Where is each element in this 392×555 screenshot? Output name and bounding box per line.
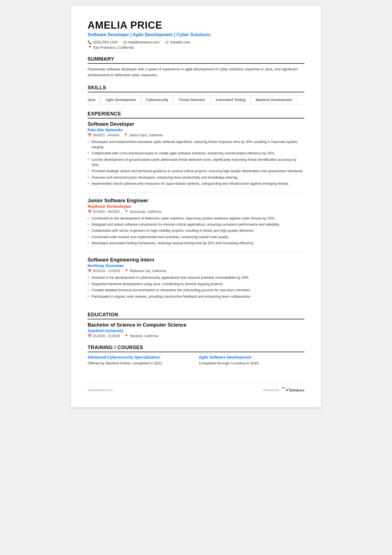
training-section: TRAINING / COURSES Advanced Cybersecurit… [88,345,304,366]
footer-brand: Powered by ⌒✓ Enhancv [263,387,304,393]
location-icon: 📍 [124,210,128,214]
job-meta: 📅 05/2019 - 12/2019 📍 Redwood City, Cali… [88,269,304,273]
training-item-desc: Completed through Coursera in 2019. [199,361,304,366]
job-bullet: Created detailed technical documentation… [88,288,304,293]
enhancv-logo: ⌒✓ Enhancv [281,387,304,393]
experience-section: EXPERIENCE Software Developer Palo Alto … [88,111,304,305]
edu-school: Stanford University [88,329,304,333]
job-bullet: Provided strategic advice and technical … [88,169,304,174]
phone-value: (555) 555-1234 [93,40,118,44]
education-entry: Bachelor of Science in Computer Science … [88,322,304,338]
calendar-icon: 📅 [88,210,92,214]
powered-by-label: Powered by [263,388,279,392]
header-location: 📍 San Francisco, California [88,45,304,50]
job-bullet: Developed automated testing frameworks, … [88,241,304,246]
skill-item: Agile Development [100,95,141,104]
job-location: 📍 Redwood City, California [124,269,166,273]
job-date-value: 05/2019 - 12/2019 [93,269,120,273]
job-dates: 📅 01/2020 - 06/2021 [88,210,120,214]
experience-jobs: Software Developer Palo Alto Networks 📅 … [88,121,304,305]
edu-location-value: Stanford, California [130,334,158,338]
summary-text: Passionate software developer with 3 yea… [88,66,304,78]
job-location: 📍 Sunnyvale, California [124,210,161,214]
calendar-icon: 📅 [88,133,92,137]
logo-icon: ⌒✓ [281,387,289,393]
linkedin-contact: 🔗 linkedin.com [165,40,190,44]
calendar-icon: 📅 [88,269,92,273]
education-section: EDUCATION Bachelor of Science in Compute… [88,312,304,338]
header-contact: 📞 (555) 555-1234 @ help@enhancv.com 🔗 li… [88,40,304,44]
linkedin-value: linkedin.com [170,40,190,44]
phone-icon: 📞 [88,40,92,44]
job-bullet: Conducted code reviews and implemented b… [88,235,304,240]
location-icon: 📍 [124,133,128,137]
skills-section: SKILLS JavaAgile DevelopmentCybersecurit… [88,85,304,104]
experience-title: EXPERIENCE [88,111,304,119]
resume-header: AMELIA PRICE Software Developer | Agile … [88,19,304,50]
job-bullet: Supported backend development using Java… [88,282,304,287]
job-bullet: Collaborated with cross-functional teams… [88,151,304,156]
edu-location: 📍 Stanford, California [124,334,158,338]
edu-degree: Bachelor of Science in Computer Science [88,322,304,328]
skill-item: Automated Testing [210,95,250,104]
training-grid: Advanced Cybersecurity Specialization Of… [88,355,304,366]
education-title: EDUCATION [88,312,304,319]
job-title: Software Engineering Intern [88,257,304,263]
edu-meta: 📅 01/2016 - 01/2020 📍 Stanford, Californ… [88,334,304,338]
training-item: Agile Software Development Completed thr… [199,355,304,366]
summary-section: SUMMARY Passionate software developer wi… [88,56,304,78]
job-bullet: Developed and implemented innovative cyb… [88,139,304,150]
training-item: Advanced Cybersecurity Specialization Of… [88,355,193,366]
summary-title: SUMMARY [88,56,304,64]
job-location-value: Redwood City, California [130,269,166,273]
job-bullets: Developed and implemented innovative cyb… [88,139,304,187]
job-bullet: Designed and tested software components … [88,222,304,227]
skills-list: JavaAgile DevelopmentCybersecurityThreat… [88,95,304,104]
skill-item: Cybersecurity [141,95,173,104]
job-company: Raytheon Technologies [88,204,304,209]
job-bullet: Assisted in the development of cybersecu… [88,275,304,280]
training-title: TRAINING / COURSES [88,345,304,352]
job-location: 📍 Santa Clara, California [124,133,163,137]
edu-dates: 📅 01/2016 - 01/2020 [88,334,120,338]
job-company: Palo Alto Networks [88,128,304,132]
candidate-name: AMELIA PRICE [88,19,304,31]
skill-item: Backend Development [251,95,297,104]
job-location-value: Sunnyvale, California [130,210,161,214]
job-company: Northrop Grumman [88,263,304,268]
calendar-icon: 📅 [88,334,92,338]
resume-page: AMELIA PRICE Software Developer | Agile … [71,6,321,407]
edu-dates-value: 01/2016 - 01/2020 [93,334,120,338]
location-icon: 📍 [124,269,128,273]
skill-item: Java [88,95,100,104]
email-contact: @ help@enhancv.com [123,40,159,44]
job-bullet: Led the development of ground-based cybe… [88,157,304,168]
job-meta: 📅 01/2020 - 06/2021 📍 Sunnyvale, Califor… [88,210,304,214]
phone-contact: 📞 (555) 555-1234 [88,40,118,44]
job-date-value: 01/2020 - 06/2021 [93,210,120,214]
education-entries: Bachelor of Science in Computer Science … [88,322,304,338]
job-bullet: Collaborated with senior engineers on hi… [88,228,304,233]
job-entry: Software Engineering Intern Northrop Gru… [88,257,304,305]
location-value: San Francisco, California [93,45,133,50]
job-bullet: Participated in regular code reviews, pr… [88,294,304,299]
skill-item: Threat Detection [173,95,210,104]
job-title: Junior Software Engineer [88,198,304,204]
training-item-desc: Offered by Stanford Online, completed in… [88,361,193,366]
job-bullets: Contributed to the development of defens… [88,216,304,246]
email-value: help@enhancv.com [128,40,159,44]
candidate-title: Software Developer | Agile Development |… [88,32,304,37]
skills-title: SKILLS [88,85,304,92]
email-icon: @ [123,40,126,44]
job-entry: Software Developer Palo Alto Networks 📅 … [88,121,304,193]
job-location-value: Santa Clara, California [129,133,163,137]
job-bullet: Oversaw and mentored junior developers, … [88,175,304,180]
job-meta: 📅 06/2021 - Present 📍 Santa Clara, Calif… [88,133,304,137]
job-date-value: 06/2021 - Present [93,133,119,137]
job-bullets: Assisted in the development of cybersecu… [88,275,304,299]
brand-name: Enhancv [289,388,304,392]
job-entry: Junior Software Engineer Raytheon Techno… [88,198,304,252]
footer-website: www.enhancv.com [88,388,113,392]
training-item-title: Agile Software Development [199,355,304,359]
location-icon: 📍 [88,45,92,50]
